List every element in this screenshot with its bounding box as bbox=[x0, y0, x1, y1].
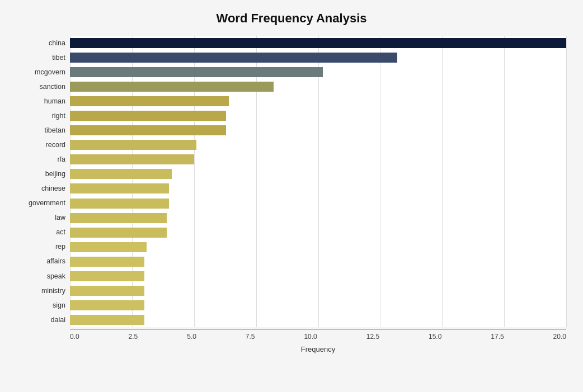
x-tick-label: 0.0 bbox=[70, 333, 79, 341]
x-axis-ticks: 0.02.55.07.510.012.515.017.520.0 bbox=[70, 329, 566, 341]
y-label: government bbox=[29, 197, 65, 210]
y-label: speak bbox=[47, 270, 65, 282]
bar-row bbox=[70, 168, 566, 180]
bar-row bbox=[70, 51, 566, 64]
grid-line bbox=[566, 36, 567, 327]
bar-row bbox=[70, 270, 566, 282]
x-tick-label: 7.5 bbox=[246, 333, 255, 341]
grid-line bbox=[504, 36, 505, 327]
y-label: rep bbox=[55, 241, 65, 253]
bar bbox=[70, 271, 144, 281]
x-tick-label: 10.0 bbox=[304, 333, 317, 341]
bar-row bbox=[70, 299, 566, 311]
grid-line bbox=[70, 36, 70, 327]
y-label: rfa bbox=[57, 153, 65, 166]
x-tick-label: 5.0 bbox=[187, 333, 196, 341]
bar-row bbox=[70, 182, 566, 195]
bar bbox=[70, 82, 274, 92]
bar bbox=[70, 199, 169, 209]
x-tick-label: 15.0 bbox=[429, 333, 441, 341]
y-label: beijing bbox=[45, 168, 65, 180]
bar bbox=[70, 315, 144, 325]
y-label: human bbox=[44, 95, 65, 107]
y-label: tibet bbox=[52, 51, 65, 64]
bar bbox=[70, 228, 167, 238]
y-label: sign bbox=[53, 299, 65, 311]
y-label: act bbox=[56, 226, 65, 239]
x-tick-label: 17.5 bbox=[491, 333, 504, 341]
bar bbox=[70, 53, 397, 63]
x-tick-label: 2.5 bbox=[129, 333, 138, 341]
bar bbox=[70, 169, 172, 179]
bar-row bbox=[70, 285, 566, 297]
y-label: chinese bbox=[41, 182, 65, 195]
grid-line bbox=[380, 36, 380, 327]
y-label: right bbox=[52, 110, 65, 122]
bar bbox=[70, 96, 229, 106]
bar-row bbox=[70, 139, 566, 151]
bar-row bbox=[70, 37, 566, 49]
bar bbox=[70, 154, 194, 164]
bar bbox=[70, 300, 144, 310]
bar-row bbox=[70, 110, 566, 122]
chart-container: Word Frequency Analysis chinatibetmcgove… bbox=[0, 0, 583, 392]
y-label: law bbox=[55, 212, 65, 224]
bar-row bbox=[70, 256, 566, 268]
x-tick-label: 12.5 bbox=[366, 333, 379, 341]
bar bbox=[70, 257, 144, 267]
x-tick-label: 20.0 bbox=[553, 333, 566, 341]
grid-line bbox=[132, 36, 133, 327]
grid-line bbox=[318, 36, 319, 327]
y-label: mcgovern bbox=[35, 66, 65, 78]
bar-row bbox=[70, 95, 566, 107]
bar bbox=[70, 67, 323, 77]
y-label: china bbox=[49, 37, 65, 49]
bar-row bbox=[70, 81, 566, 93]
bar-row bbox=[70, 226, 566, 239]
grid-line bbox=[256, 36, 257, 327]
x-axis-label: Frequency bbox=[70, 345, 566, 353]
bar-row bbox=[70, 197, 566, 210]
y-axis: chinatibetmcgovernsanctionhumanrighttibe… bbox=[17, 36, 70, 327]
bar bbox=[70, 140, 196, 150]
bar bbox=[70, 286, 144, 296]
plot-area bbox=[70, 36, 566, 327]
bar bbox=[70, 125, 226, 135]
y-label: record bbox=[46, 139, 65, 151]
bar-row bbox=[70, 314, 566, 326]
bar-row bbox=[70, 212, 566, 224]
grid-line bbox=[194, 36, 195, 327]
bar bbox=[70, 38, 566, 48]
bar bbox=[70, 111, 226, 121]
y-label: affairs bbox=[46, 256, 65, 268]
bar-row bbox=[70, 66, 566, 78]
y-label: ministry bbox=[41, 285, 65, 297]
y-label: dalai bbox=[51, 314, 65, 326]
bar bbox=[70, 183, 169, 193]
bar-row bbox=[70, 124, 566, 136]
bar-row bbox=[70, 241, 566, 253]
bar bbox=[70, 242, 147, 252]
chart-title: Word Frequency Analysis bbox=[17, 11, 566, 26]
grid-line bbox=[442, 36, 443, 327]
y-label: tibetan bbox=[44, 124, 65, 136]
bar-row bbox=[70, 153, 566, 166]
bar bbox=[70, 213, 167, 223]
y-label: sanction bbox=[39, 81, 65, 93]
